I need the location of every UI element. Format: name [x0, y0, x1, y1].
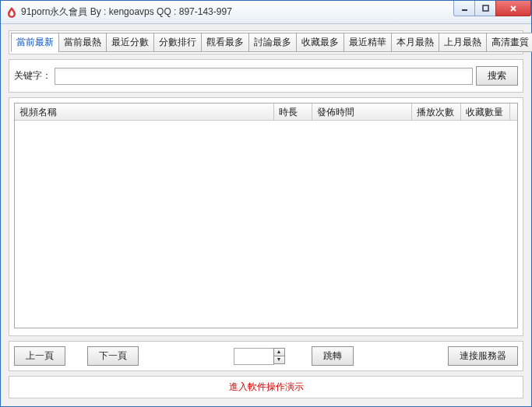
tab-3[interactable]: 分數排行: [153, 33, 202, 52]
window-title: 91porn永久會員 By : kengoavps QQ : 897-143-9…: [21, 5, 454, 19]
tab-bar: 當前最新當前最熱最近分數分數排行觀看最多討論最多收藏最多最近精華本月最熱上月最熱…: [9, 30, 523, 54]
spin-down-button[interactable]: ▼: [273, 356, 285, 364]
app-icon: [5, 6, 18, 19]
page-spinner: ▲ ▼: [273, 348, 285, 364]
pagination-panel: 上一頁 下一頁 ▲ ▼ 跳轉 連接服務器: [9, 341, 523, 371]
tab-10[interactable]: 高清畫質: [486, 33, 532, 52]
close-button[interactable]: [495, 1, 531, 16]
tab-5[interactable]: 討論最多: [248, 33, 297, 52]
app-window: 91porn永久會員 By : kengoavps QQ : 897-143-9…: [0, 0, 532, 407]
maximize-button[interactable]: [474, 1, 496, 16]
tab-1[interactable]: 當前最熱: [58, 33, 107, 52]
column-header[interactable]: 時長: [274, 104, 312, 120]
column-header[interactable]: 視頻名稱: [15, 104, 274, 120]
column-header[interactable]: 播放次數: [412, 104, 461, 120]
svg-rect-1: [483, 5, 488, 11]
column-header[interactable]: 發佈時間: [312, 104, 412, 120]
search-input[interactable]: [55, 68, 473, 85]
titlebar: 91porn永久會員 By : kengoavps QQ : 897-143-9…: [1, 1, 531, 24]
tab-8[interactable]: 本月最熱: [391, 33, 439, 52]
svg-rect-0: [462, 9, 467, 11]
results-table: 視頻名稱時長發佈時間播放次數收藏數量: [14, 103, 518, 328]
next-page-button[interactable]: 下一頁: [87, 346, 139, 366]
status-bar: 進入軟件操作演示: [9, 376, 523, 398]
prev-page-button[interactable]: 上一頁: [14, 346, 65, 366]
minimize-button[interactable]: [453, 1, 475, 16]
tab-4[interactable]: 觀看最多: [201, 33, 249, 52]
search-label: 关键字：: [14, 69, 51, 82]
table-panel: 視頻名稱時長發佈時間播放次數收藏數量: [9, 97, 523, 336]
jump-button[interactable]: 跳轉: [312, 346, 354, 366]
page-input[interactable]: [234, 348, 274, 365]
column-header[interactable]: 收藏數量: [461, 104, 510, 120]
tab-0[interactable]: 當前最新: [11, 33, 59, 52]
client-area: 當前最新當前最熱最近分數分數排行觀看最多討論最多收藏最多最近精華本月最熱上月最熱…: [1, 24, 531, 406]
search-button[interactable]: 搜索: [476, 66, 518, 86]
window-controls: [454, 1, 531, 16]
search-panel: 关键字： 搜索: [9, 59, 523, 93]
connect-server-button[interactable]: 連接服務器: [448, 346, 518, 366]
table-header: 視頻名稱時長發佈時間播放次數收藏數量: [15, 104, 517, 121]
tab-7[interactable]: 最近精華: [344, 33, 392, 52]
page-number-control: ▲ ▼: [234, 348, 285, 365]
tab-9[interactable]: 上月最熱: [439, 33, 487, 52]
tab-2[interactable]: 最近分數: [106, 33, 154, 52]
tab-6[interactable]: 收藏最多: [296, 33, 344, 52]
